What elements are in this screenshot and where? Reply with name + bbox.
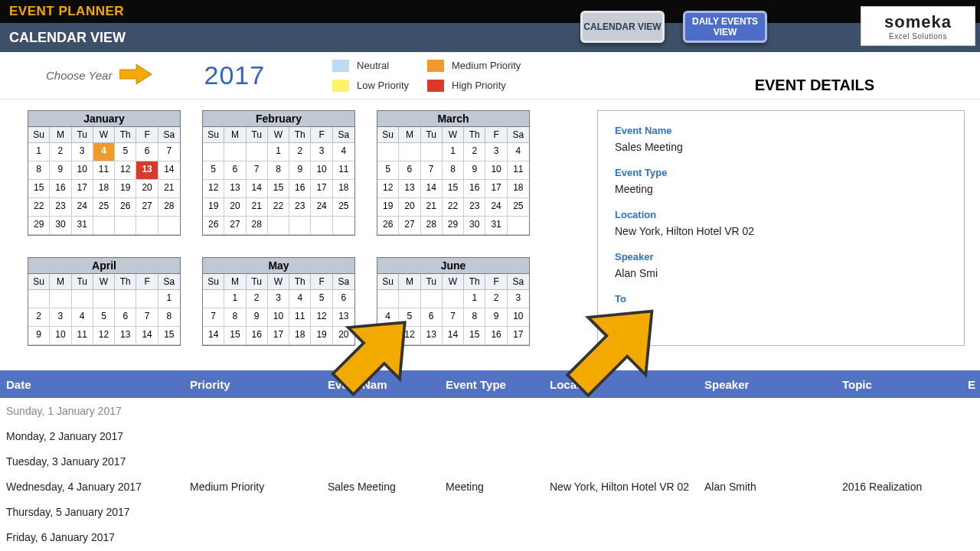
day-cell[interactable]: 24 (311, 198, 332, 217)
day-cell[interactable]: 3 (50, 308, 71, 327)
day-cell[interactable]: 8 (28, 161, 50, 180)
day-cell[interactable]: 11 (377, 327, 399, 345)
day-cell[interactable]: 28 (421, 217, 443, 235)
day-cell[interactable]: 3 (72, 143, 93, 161)
day-cell[interactable]: 2 (50, 143, 71, 161)
day-cell[interactable]: 3 (268, 290, 289, 308)
day-cell[interactable]: 9 (289, 161, 311, 180)
day-cell[interactable]: 11 (333, 161, 354, 180)
day-cell[interactable]: 10 (311, 161, 332, 180)
day-cell[interactable]: 3 (311, 143, 332, 161)
day-cell[interactable] (93, 290, 115, 308)
day-cell[interactable]: 23 (464, 198, 485, 217)
day-cell[interactable]: 5 (399, 308, 420, 327)
day-cell[interactable]: 11 (72, 327, 93, 345)
day-cell[interactable]: 15 (443, 180, 464, 198)
day-cell[interactable]: 11 (289, 308, 311, 327)
day-cell[interactable]: 7 (247, 161, 268, 180)
day-cell[interactable]: 6 (421, 308, 443, 327)
day-cell[interactable] (399, 290, 420, 308)
day-cell[interactable] (115, 290, 136, 308)
day-cell[interactable]: 5 (377, 161, 399, 180)
day-cell[interactable]: 9 (485, 308, 507, 327)
day-cell[interactable]: 10 (72, 161, 93, 180)
day-cell[interactable] (333, 217, 354, 235)
day-cell[interactable]: 30 (464, 217, 485, 235)
day-cell[interactable]: 8 (443, 161, 464, 180)
col-speaker[interactable]: Speaker (698, 378, 836, 391)
day-cell[interactable]: 28 (247, 217, 268, 235)
day-cell[interactable]: 16 (50, 180, 71, 198)
day-cell[interactable]: 16 (485, 327, 507, 345)
col-extra[interactable]: E (951, 378, 980, 391)
day-cell[interactable]: 4 (508, 143, 529, 161)
day-cell[interactable]: 19 (115, 180, 136, 198)
day-cell[interactable]: 14 (203, 327, 224, 345)
day-cell[interactable]: 27 (399, 217, 420, 235)
day-cell[interactable]: 21 (158, 180, 180, 198)
day-cell[interactable]: 23 (289, 198, 311, 217)
day-cell[interactable] (268, 217, 289, 235)
day-cell[interactable]: 14 (136, 327, 158, 345)
day-cell[interactable] (247, 143, 268, 161)
day-cell[interactable]: 7 (158, 143, 180, 161)
day-cell[interactable]: 19 (377, 198, 399, 217)
day-cell[interactable]: 29 (443, 217, 464, 235)
day-cell[interactable]: 28 (158, 198, 180, 217)
day-cell[interactable]: 4 (93, 143, 115, 161)
day-cell[interactable]: 9 (50, 161, 71, 180)
day-cell[interactable]: 20 (136, 180, 158, 198)
col-location[interactable]: Locati (544, 378, 698, 391)
day-cell[interactable]: 12 (377, 180, 399, 198)
day-cell[interactable]: 16 (289, 180, 311, 198)
day-cell[interactable]: 13 (399, 180, 420, 198)
day-cell[interactable] (158, 217, 180, 235)
day-cell[interactable]: 6 (224, 161, 246, 180)
day-cell[interactable]: 13 (333, 308, 354, 327)
col-topic[interactable]: Topic (836, 378, 951, 391)
day-cell[interactable] (203, 143, 224, 161)
day-cell[interactable]: 1 (464, 290, 485, 308)
day-cell[interactable]: 24 (72, 198, 93, 217)
day-cell[interactable]: 22 (28, 198, 50, 217)
day-cell[interactable]: 27 (136, 198, 158, 217)
col-event-name[interactable]: Event Nam (322, 378, 439, 391)
day-cell[interactable]: 16 (464, 180, 485, 198)
day-cell[interactable]: 15 (464, 327, 485, 345)
day-cell[interactable]: 23 (50, 198, 71, 217)
day-cell[interactable]: 13 (136, 161, 158, 180)
day-cell[interactable]: 30 (50, 217, 71, 235)
day-cell[interactable]: 17 (485, 180, 507, 198)
day-cell[interactable] (136, 217, 158, 235)
day-cell[interactable]: 8 (224, 308, 246, 327)
day-cell[interactable]: 1 (268, 143, 289, 161)
day-cell[interactable]: 17 (72, 180, 93, 198)
day-cell[interactable]: 4 (72, 308, 93, 327)
day-cell[interactable]: 15 (158, 327, 180, 345)
day-cell[interactable]: 29 (28, 217, 50, 235)
day-cell[interactable] (311, 217, 332, 235)
day-cell[interactable]: 14 (247, 180, 268, 198)
day-cell[interactable]: 1 (28, 143, 50, 161)
day-cell[interactable]: 12 (115, 161, 136, 180)
day-cell[interactable] (421, 143, 443, 161)
day-cell[interactable]: 15 (224, 327, 246, 345)
day-cell[interactable]: 2 (28, 308, 50, 327)
day-cell[interactable]: 7 (136, 308, 158, 327)
day-cell[interactable]: 6 (115, 308, 136, 327)
day-cell[interactable]: 4 (333, 143, 354, 161)
day-cell[interactable]: 14 (443, 327, 464, 345)
daily-events-view-button[interactable]: DAILY EVENTS VIEW (683, 11, 767, 43)
day-cell[interactable]: 12 (203, 180, 224, 198)
day-cell[interactable] (377, 143, 399, 161)
day-cell[interactable]: 25 (508, 198, 529, 217)
day-cell[interactable]: 10 (485, 161, 507, 180)
day-cell[interactable]: 4 (289, 290, 311, 308)
table-row[interactable]: Friday, 6 January 2017 (0, 524, 980, 549)
year-value[interactable]: 2017 (204, 60, 265, 90)
day-cell[interactable] (224, 143, 246, 161)
day-cell[interactable]: 31 (485, 217, 507, 235)
day-cell[interactable]: 9 (464, 161, 485, 180)
day-cell[interactable]: 14 (421, 180, 443, 198)
calendar-view-button[interactable]: CALENDAR VIEW (580, 11, 665, 43)
